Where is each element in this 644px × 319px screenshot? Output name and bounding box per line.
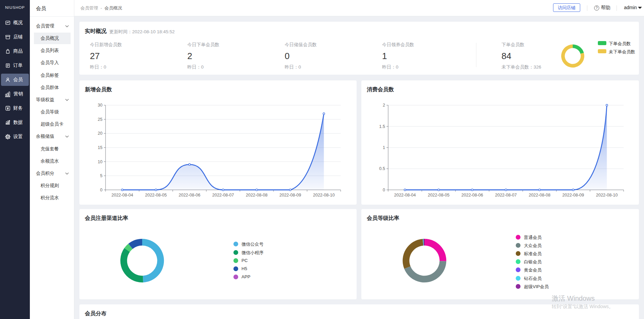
- svg-text:2022-08-09: 2022-08-09: [280, 193, 301, 198]
- svg-text:0: 0: [383, 188, 385, 192]
- svg-text:2022-08-10: 2022-08-10: [596, 193, 618, 198]
- svg-text:20: 20: [98, 131, 102, 136]
- svg-text:30: 30: [98, 103, 102, 108]
- svg-text:1.5: 1.5: [379, 124, 385, 129]
- svg-text:2022-08-10: 2022-08-10: [313, 193, 335, 198]
- svg-text:2022-08-05: 2022-08-05: [145, 193, 167, 198]
- svg-text:2022-08-08: 2022-08-08: [246, 193, 268, 198]
- svg-text:0: 0: [100, 188, 102, 192]
- svg-text:2022-08-06: 2022-08-06: [461, 193, 483, 198]
- svg-text:2: 2: [383, 103, 385, 108]
- svg-text:2022-08-06: 2022-08-06: [179, 193, 201, 198]
- svg-text:2022-08-08: 2022-08-08: [529, 193, 550, 198]
- svg-text:15: 15: [98, 145, 102, 150]
- svg-text:2022-08-04: 2022-08-04: [394, 193, 416, 198]
- svg-text:2022-08-07: 2022-08-07: [495, 193, 517, 198]
- svg-text:2022-08-05: 2022-08-05: [428, 193, 450, 198]
- svg-text:2022-08-07: 2022-08-07: [212, 193, 234, 198]
- svg-text:10: 10: [98, 160, 102, 164]
- svg-text:25: 25: [98, 117, 102, 122]
- svg-text:0.5: 0.5: [379, 166, 385, 171]
- svg-text:5: 5: [100, 173, 102, 178]
- svg-text:2022-08-09: 2022-08-09: [562, 193, 584, 198]
- svg-text:1: 1: [383, 145, 385, 150]
- svg-text:2022-08-04: 2022-08-04: [112, 193, 133, 198]
